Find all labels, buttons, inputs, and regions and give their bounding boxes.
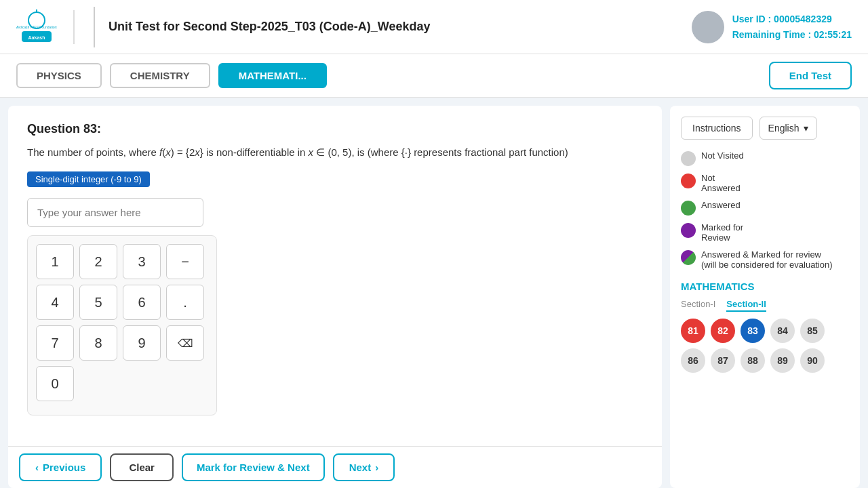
user-id-value: : 00005482329 (768, 14, 832, 24)
svg-text:Medical|IIT-JEE|Foundations: Medical|IIT-JEE|Foundations (16, 25, 57, 29)
main-layout: Question 83: The number of points, where… (0, 98, 868, 488)
legend-answered-marked-label: Answered & Marked for review(will be con… (701, 249, 833, 270)
user-info: User ID : 00005482329 Remaining Time : 0… (692, 11, 852, 43)
numpad-row-4: 0 (36, 366, 208, 401)
numpad-2[interactable]: 2 (79, 244, 117, 279)
section-tabs: Section-I Section-II (681, 299, 849, 312)
legend-not-answered: NotAnswered (681, 173, 849, 193)
language-label: English (768, 123, 800, 134)
section-tab-ii[interactable]: Section-II (726, 299, 766, 312)
dot-not-answered (681, 174, 696, 188)
numpad-3[interactable]: 3 (123, 244, 161, 279)
avatar (692, 11, 724, 43)
q-87[interactable]: 87 (711, 348, 735, 373)
numpad: 1 2 3 − 4 5 6 . 7 8 9 ⌫ 0 (27, 235, 217, 415)
instructions-button[interactable]: Instructions (681, 117, 753, 140)
question-text: The number of points, where f(x) = {2x} … (27, 144, 643, 161)
section-tab-i[interactable]: Section-I (681, 299, 715, 312)
dot-answered (681, 201, 696, 216)
q-89[interactable]: 89 (770, 348, 795, 373)
remaining-time-label: Remaining Time (732, 29, 806, 40)
question-tag: Single-digit integer (-9 to 9) (27, 171, 150, 187)
legend-not-visited-label: Not Visited (701, 150, 744, 161)
legend-answered: Answered (681, 200, 849, 216)
q-86[interactable]: 86 (681, 348, 705, 373)
numpad-dot[interactable]: . (166, 285, 204, 320)
numpad-row-2: 4 5 6 . (36, 285, 208, 320)
numpad-5[interactable]: 5 (79, 285, 117, 320)
question-number: Question 83: (27, 122, 643, 136)
test-title: Unit Test for Second Step-2025_T03 (Code… (108, 20, 430, 34)
q-81[interactable]: 81 (681, 319, 705, 343)
remaining-time-row: Remaining Time : 02:55:21 (732, 27, 852, 42)
numpad-1[interactable]: 1 (36, 244, 74, 279)
right-panel: Instructions English ▾ Not Visited NotAn… (670, 106, 860, 488)
question-content: Question 83: The number of points, where… (8, 106, 662, 446)
language-selector[interactable]: English ▾ (760, 117, 817, 140)
svg-text:Aakash: Aakash (28, 35, 45, 40)
numpad-row-1: 1 2 3 − (36, 244, 208, 279)
clear-button[interactable]: Clear (110, 453, 174, 481)
user-details: User ID : 00005482329 Remaining Time : 0… (732, 12, 852, 42)
panel-actions: Instructions English ▾ (681, 117, 849, 140)
q-84[interactable]: 84 (770, 319, 795, 343)
numpad-7[interactable]: 7 (36, 325, 74, 361)
divider (73, 10, 75, 44)
legend-not-answered-label: NotAnswered (701, 173, 741, 193)
dot-not-visited (681, 151, 696, 166)
numpad-minus[interactable]: − (166, 244, 204, 279)
remaining-time-value: : 02:55:21 (808, 29, 852, 40)
aakash-logo: Aakash Medical|IIT-JEE|Foundations (16, 7, 57, 47)
legend-marked-review: Marked forReview (681, 222, 849, 243)
q-82[interactable]: 82 (711, 319, 735, 343)
user-id-label: User ID (732, 14, 766, 24)
q-90[interactable]: 90 (800, 348, 825, 373)
previous-button[interactable]: ‹ Previous (19, 453, 102, 481)
next-button[interactable]: Next › (333, 453, 395, 481)
logo-area: Aakash Medical|IIT-JEE|Foundations (16, 7, 95, 47)
numpad-9[interactable]: 9 (123, 325, 161, 361)
dot-marked-review (681, 223, 696, 238)
numpad-0[interactable]: 0 (36, 366, 74, 401)
q-83[interactable]: 83 (741, 319, 765, 343)
numpad-backspace[interactable]: ⌫ (166, 325, 204, 361)
numpad-4[interactable]: 4 (36, 285, 74, 320)
chevron-down-icon: ▾ (804, 123, 808, 134)
q-85[interactable]: 85 (800, 319, 825, 343)
header: Aakash Medical|IIT-JEE|Foundations Unit … (0, 0, 868, 54)
chevron-right-icon: › (375, 462, 378, 473)
question-panel: Question 83: The number of points, where… (8, 106, 662, 488)
tab-mathematics[interactable]: MATHEMATI... (218, 63, 327, 88)
user-id-row: User ID : 00005482329 (732, 12, 852, 26)
numpad-6[interactable]: 6 (123, 285, 161, 320)
mark-review-button[interactable]: Mark for Review & Next (182, 453, 325, 481)
end-test-button[interactable]: End Test (769, 62, 852, 89)
legend-marked-review-label: Marked forReview (701, 222, 743, 243)
subject-bar: PHYSICS CHEMISTRY MATHEMATI... End Test (0, 54, 868, 98)
dot-answered-marked (681, 250, 696, 265)
legend-answered-label: Answered (701, 200, 741, 210)
q-88[interactable]: 88 (741, 348, 765, 373)
legend-not-visited: Not Visited (681, 150, 849, 166)
tab-physics[interactable]: PHYSICS (16, 63, 102, 88)
previous-label: Previous (43, 462, 85, 473)
question-grid: 81 82 83 84 85 86 87 88 89 90 (681, 319, 849, 373)
legend: Not Visited NotAnswered Answered Marked … (681, 150, 849, 270)
subject-tabs: PHYSICS CHEMISTRY MATHEMATI... (16, 63, 327, 88)
legend-answered-marked: Answered & Marked for review(will be con… (681, 249, 849, 270)
tab-chemistry[interactable]: CHEMISTRY (110, 63, 210, 88)
numpad-row-3: 7 8 9 ⌫ (36, 325, 208, 361)
section-title: MATHEMATICS (681, 281, 849, 292)
chevron-left-icon: ‹ (35, 462, 39, 473)
next-label: Next (349, 462, 372, 473)
numpad-8[interactable]: 8 (79, 325, 117, 361)
answer-input[interactable] (27, 198, 203, 227)
bottom-bar: ‹ Previous Clear Mark for Review & Next … (8, 446, 662, 488)
